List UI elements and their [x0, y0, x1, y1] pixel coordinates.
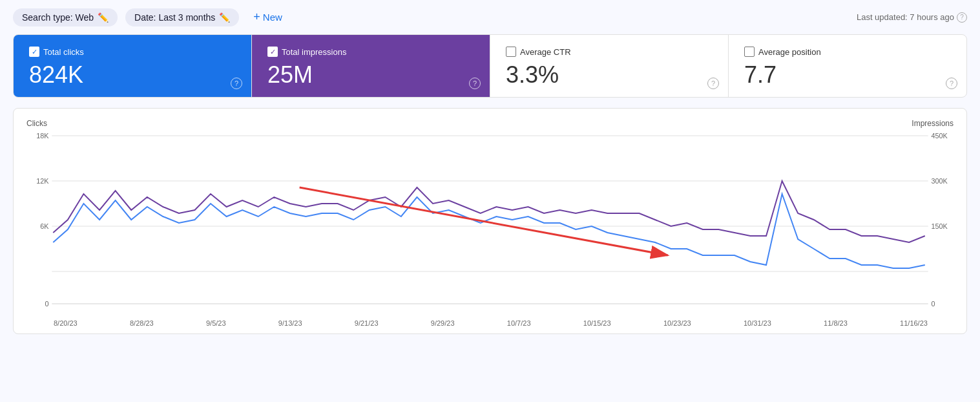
x-label-3: 9/13/23 — [278, 319, 302, 327]
help-clicks[interactable]: ? — [231, 78, 242, 89]
metric-header-clicks: ✓ Total clicks — [29, 47, 236, 57]
svg-text:18K: 18K — [36, 132, 49, 140]
impressions-line — [53, 181, 924, 242]
help-impressions[interactable]: ? — [469, 78, 481, 89]
chart-container: Clicks Impressions 18K 12K 6K 0 450K 300… — [13, 108, 967, 334]
x-label-10: 11/8/23 — [824, 319, 848, 327]
checkbox-clicks[interactable]: ✓ — [29, 47, 39, 57]
metric-header-position: Average position — [744, 47, 951, 57]
x-label-11: 11/16/23 — [900, 319, 928, 327]
svg-text:150K: 150K — [932, 222, 948, 230]
help-icon[interactable]: ? — [957, 12, 967, 23]
x-label-5: 9/29/23 — [431, 319, 455, 327]
metric-value-position: 7.7 — [744, 62, 951, 88]
x-label-6: 10/7/23 — [507, 319, 531, 327]
checkbox-ctr[interactable] — [506, 47, 516, 57]
chart-left-axis-title: Clicks — [26, 119, 47, 128]
search-type-label: Search type: Web — [22, 12, 94, 23]
last-updated: Last updated: 7 hours ago ? — [857, 12, 967, 23]
help-position[interactable]: ? — [946, 78, 957, 89]
x-label-4: 9/21/23 — [355, 319, 379, 327]
metric-header-ctr: Average CTR — [506, 47, 713, 57]
new-button[interactable]: + New — [247, 6, 289, 28]
svg-text:6K: 6K — [40, 222, 49, 230]
metrics-row: ✓ Total clicks 824K ? ✓ Total impression… — [13, 34, 967, 98]
x-label-0: 8/20/23 — [54, 319, 78, 327]
metric-average-ctr[interactable]: Average CTR 3.3% ? — [490, 35, 729, 97]
svg-text:0: 0 — [45, 300, 48, 308]
x-label-7: 10/15/23 — [583, 319, 611, 327]
top-bar: Search type: Web ✏️ Date: Last 3 months … — [0, 0, 980, 34]
date-filter[interactable]: Date: Last 3 months ✏️ — [125, 8, 239, 26]
checkbox-position[interactable] — [744, 47, 755, 57]
help-ctr[interactable]: ? — [707, 78, 719, 89]
edit-date-icon: ✏️ — [219, 12, 230, 23]
chart-svg: 18K 12K 6K 0 450K 300K 150K 0 — [26, 129, 954, 317]
svg-text:0: 0 — [932, 300, 935, 308]
metric-label-position: Average position — [758, 47, 821, 57]
metric-total-impressions[interactable]: ✓ Total impressions 25M ? — [252, 35, 490, 97]
edit-search-type-icon: ✏️ — [98, 12, 109, 23]
metric-label-impressions: Total impressions — [282, 47, 346, 57]
metric-label-ctr: Average CTR — [520, 47, 571, 57]
x-label-2: 9/5/23 — [206, 319, 226, 327]
date-label: Date: Last 3 months — [134, 12, 215, 23]
metric-label-clicks: Total clicks — [43, 47, 84, 57]
chart-right-axis-title: Impressions — [912, 119, 954, 128]
metric-value-ctr: 3.3% — [506, 62, 713, 88]
metric-average-position[interactable]: Average position 7.7 ? — [729, 35, 966, 97]
metric-value-clicks: 824K — [29, 62, 236, 88]
chart-area: 18K 12K 6K 0 450K 300K 150K 0 — [26, 129, 954, 317]
plus-icon: + — [253, 10, 260, 24]
x-label-9: 10/31/23 — [744, 319, 771, 327]
checkbox-impressions[interactable]: ✓ — [267, 47, 278, 57]
svg-text:300K: 300K — [932, 177, 948, 185]
x-label-1: 8/28/23 — [130, 319, 154, 327]
metric-total-clicks[interactable]: ✓ Total clicks 824K ? — [14, 35, 252, 97]
metric-value-impressions: 25M — [267, 62, 474, 88]
red-arrow-line — [300, 187, 668, 255]
search-type-filter[interactable]: Search type: Web ✏️ — [13, 8, 118, 26]
svg-text:12K: 12K — [36, 177, 49, 185]
x-axis-labels: 8/20/23 8/28/23 9/5/23 9/13/23 9/21/23 9… — [26, 317, 954, 327]
metric-header-impressions: ✓ Total impressions — [267, 47, 474, 57]
svg-text:450K: 450K — [932, 132, 948, 140]
x-label-8: 10/23/23 — [663, 319, 691, 327]
